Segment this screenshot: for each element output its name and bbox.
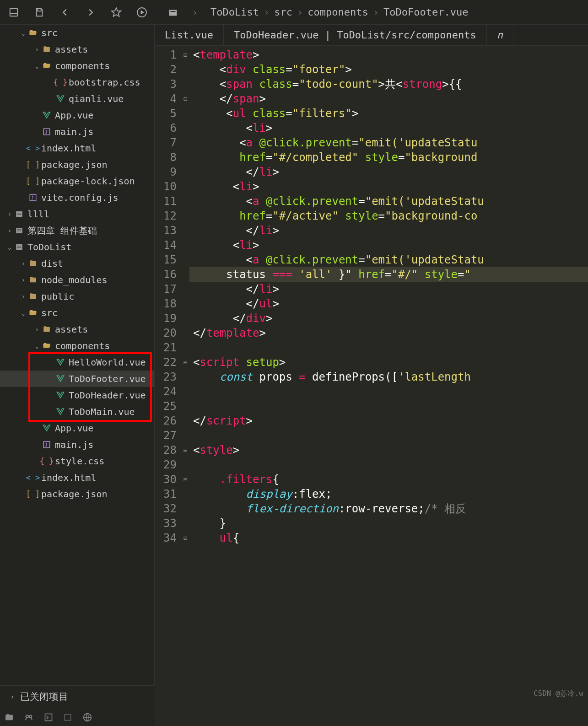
- svg-rect-6: [169, 10, 177, 16]
- code-editor[interactable]: 1234567891011121314151617181920212223242…: [155, 46, 588, 726]
- tree-qianli.vue[interactable]: qianli.vue: [0, 91, 154, 107]
- breadcrumb: ToDoList›src›components›ToDoFooter.vue: [210, 6, 468, 18]
- svg-rect-17: [17, 231, 22, 231]
- run-icon[interactable]: [135, 6, 148, 19]
- top-toolbar: › ToDoList›src›components›ToDoFooter.vue: [0, 0, 588, 25]
- svg-marker-5: [141, 11, 144, 14]
- tree-HelloWorld.vue[interactable]: HelloWorld.vue: [0, 354, 154, 371]
- folder-nav-icon[interactable]: [167, 6, 179, 19]
- tree-src[interactable]: ⌄src: [0, 25, 154, 41]
- tree-label: components: [55, 60, 110, 71]
- tree-label: ToDoFooter.vue: [69, 373, 146, 384]
- js-icon: J: [41, 441, 52, 449]
- closed-projects[interactable]: ›已关闭项目: [0, 685, 155, 708]
- forward-icon[interactable]: [84, 6, 97, 19]
- breadcrumb-components[interactable]: components: [307, 6, 368, 18]
- breadcrumb-ToDoList[interactable]: ToDoList: [210, 6, 259, 18]
- tree-label: index.html: [41, 143, 96, 154]
- svg-rect-20: [17, 247, 22, 248]
- tree-label: ToDoMain.vue: [69, 406, 135, 417]
- tree-label: node_modules: [41, 274, 108, 285]
- breadcrumb-src[interactable]: src: [274, 6, 292, 18]
- tree-label: dist: [41, 258, 63, 269]
- json-icon: [ ]: [27, 177, 38, 186]
- svg-rect-25: [45, 714, 52, 721]
- folder-icon: [41, 45, 52, 54]
- tree-bootstrap.css[interactable]: { }bootstrap.css: [0, 74, 154, 91]
- tree-main.js[interactable]: Jmain.js: [0, 436, 154, 453]
- css-icon: { }: [55, 78, 66, 87]
- tree-label: src: [41, 27, 58, 38]
- tree-index.html[interactable]: < >index.html: [0, 469, 154, 486]
- back-icon[interactable]: [59, 6, 71, 19]
- breadcrumb-ToDoFooter.vue[interactable]: ToDoFooter.vue: [383, 6, 468, 18]
- svg-rect-13: [17, 213, 22, 214]
- tree-src[interactable]: ⌄src: [0, 305, 154, 321]
- proj-icon: [14, 210, 25, 218]
- tab-overflow[interactable]: n: [487, 25, 513, 45]
- json-icon: [ ]: [27, 489, 38, 499]
- tree-label: vite.config.js: [41, 192, 119, 203]
- folder-open-icon: [27, 309, 38, 317]
- tree-App.vue[interactable]: App.vue: [0, 107, 154, 124]
- tab-listvue[interactable]: List.vue: [155, 25, 224, 45]
- vue-icon: [55, 391, 66, 399]
- tab-bar: List.vue ToDoHeader.vue | ToDoList/src/c…: [155, 25, 588, 46]
- bottom-bar: [0, 708, 155, 726]
- html-icon: < >: [27, 144, 38, 153]
- tree-label: bootstrap.css: [69, 77, 140, 88]
- folder-icon: [27, 259, 38, 268]
- tree-components[interactable]: ⌄components: [0, 338, 154, 354]
- tree-style.css[interactable]: { }style.css: [0, 453, 154, 469]
- tree-assets[interactable]: ›assets: [0, 41, 154, 58]
- tree-ToDoHeader.vue[interactable]: ToDoHeader.vue: [0, 387, 154, 403]
- svg-rect-26: [65, 714, 70, 720]
- tree-package.json[interactable]: [ ]package.json: [0, 156, 154, 173]
- tree-assets[interactable]: ›assets: [0, 321, 154, 338]
- js-icon: J: [27, 194, 38, 202]
- svg-point-24: [29, 715, 32, 718]
- svg-marker-3: [112, 8, 121, 16]
- css-icon: { }: [41, 457, 52, 466]
- tree-main.js[interactable]: Jmain.js: [0, 124, 154, 140]
- save-icon[interactable]: [33, 6, 46, 19]
- tree-label: components: [55, 340, 110, 351]
- editor-pane: List.vue ToDoHeader.vue | ToDoList/src/c…: [155, 25, 588, 726]
- tree-ToDoFooter.vue[interactable]: ToDoFooter.vue: [0, 371, 154, 387]
- tree-label: src: [41, 307, 58, 318]
- tree-package.json[interactable]: [ ]package.json: [0, 486, 154, 502]
- panel-icon[interactable]: [7, 6, 20, 19]
- tree-label: assets: [55, 324, 88, 335]
- svg-text:J: J: [45, 443, 47, 447]
- tree-components[interactable]: ⌄components: [0, 58, 154, 74]
- tree-label: style.css: [55, 456, 104, 467]
- tree-ToDoMain.vue[interactable]: ToDoMain.vue: [0, 403, 154, 420]
- svg-rect-0: [10, 8, 18, 16]
- folder-icon: [27, 292, 38, 301]
- tree-node_modules[interactable]: ›node_modules: [0, 272, 154, 288]
- vue-icon: [55, 358, 66, 366]
- tree-label: HelloWorld.vue: [69, 357, 146, 368]
- tree-ToDoList[interactable]: ⌄ToDoList: [0, 239, 154, 255]
- json-icon: [ ]: [27, 160, 38, 169]
- svg-text:J: J: [45, 130, 47, 134]
- watermark: CSDN @苏冷.w: [534, 689, 583, 699]
- tree-label: package.json: [41, 489, 108, 500]
- tree-vite.config.js[interactable]: Jvite.config.js: [0, 189, 154, 206]
- js-icon: J: [41, 128, 52, 136]
- tree-dist[interactable]: ›dist: [0, 255, 154, 272]
- tree-label: assets: [55, 44, 88, 55]
- tree-label: llll: [27, 209, 49, 220]
- tree-public[interactable]: ›public: [0, 288, 154, 305]
- tree-llll[interactable]: ›llll: [0, 206, 154, 222]
- star-icon[interactable]: [110, 6, 123, 19]
- svg-rect-16: [17, 229, 22, 230]
- tree-第四章 组件基础[interactable]: ›第四章 组件基础: [0, 222, 154, 239]
- tree-package-lock.json[interactable]: [ ]package-lock.json: [0, 173, 154, 189]
- svg-rect-2: [38, 8, 41, 11]
- tree-label: index.html: [41, 472, 96, 483]
- tree-index.html[interactable]: < >index.html: [0, 140, 154, 156]
- tree-label: main.js: [55, 126, 93, 137]
- tab-header[interactable]: ToDoHeader.vue | ToDoList/src/components: [224, 25, 487, 45]
- tree-App.vue[interactable]: App.vue: [0, 420, 154, 436]
